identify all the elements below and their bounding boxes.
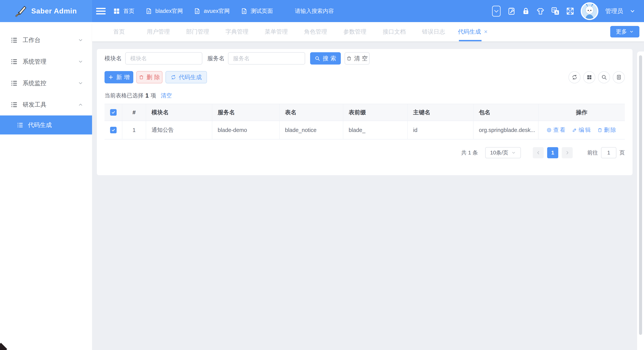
- user-name[interactable]: 管理员: [605, 7, 623, 15]
- next-page-button[interactable]: [562, 147, 573, 158]
- tab-code-generation[interactable]: 代码生成: [453, 22, 492, 41]
- page-size-select[interactable]: 10条/页: [485, 147, 521, 158]
- sidebar-item-system-monitor[interactable]: 系统监控: [0, 72, 92, 94]
- theme-tshirt-icon[interactable]: [536, 7, 545, 15]
- service-name-input[interactable]: [228, 52, 305, 65]
- cell-service: blade-demo: [212, 121, 280, 139]
- column-header-prefix: 表前缀: [343, 104, 408, 121]
- chevron-down-icon: [78, 38, 83, 43]
- list-menu-icon: [11, 80, 18, 87]
- search-button[interactable]: 搜索: [310, 52, 341, 65]
- current-page-button[interactable]: 1: [547, 147, 558, 158]
- column-header-service: 服务名: [212, 104, 280, 121]
- column-header-package: 包名: [474, 104, 538, 121]
- code-generation-card: 模块名 服务名 搜索 清空: [97, 49, 632, 175]
- more-tabs-button[interactable]: 更多: [610, 26, 640, 38]
- column-header-operations: 操作: [538, 104, 625, 121]
- cell-prefix: blade_: [343, 121, 408, 139]
- list-menu-icon: [17, 122, 24, 128]
- tag-tab-bar: 首页 用户管理 部门管理 字典管理 菜单管理 角色管理 参数管理 接口文档 错误…: [92, 22, 644, 41]
- svg-text:A: A: [556, 10, 558, 15]
- column-header-module: 模块名: [146, 104, 212, 121]
- sidebar-item-dev-tools[interactable]: 研发工具: [0, 94, 92, 115]
- goto-page-input[interactable]: [601, 147, 616, 158]
- edit-link[interactable]: 编辑: [572, 126, 592, 134]
- sword-logo-icon: [15, 5, 27, 17]
- tab-user-management[interactable]: 用户管理: [139, 22, 178, 41]
- cell-index: 1: [122, 121, 146, 139]
- sidebar-item-label: 系统监控: [23, 79, 46, 87]
- nav-item-avuex[interactable]: avuex官网: [194, 7, 230, 15]
- top-menu-toggle-icon[interactable]: [492, 5, 501, 17]
- close-icon[interactable]: [484, 30, 488, 34]
- nav-item-bladex[interactable]: bladex官网: [146, 7, 183, 15]
- column-settings-icon[interactable]: [613, 71, 625, 83]
- sidebar-item-workbench[interactable]: 工作台: [0, 29, 92, 51]
- prev-page-button[interactable]: [533, 147, 544, 158]
- service-name-label: 服务名: [207, 55, 224, 62]
- nav-label: bladex官网: [155, 7, 183, 15]
- code-generate-button[interactable]: 代码生成: [166, 71, 207, 83]
- translate-icon[interactable]: 中 A: [551, 7, 560, 15]
- header-bar: 首页 bladex官网 avuex官网: [92, 0, 644, 22]
- tab-role-management[interactable]: 角色管理: [296, 22, 335, 41]
- sidebar-item-system-management[interactable]: 系统管理: [0, 51, 92, 72]
- list-menu-icon: [11, 101, 18, 108]
- brand-logo: Saber Admin: [0, 0, 92, 22]
- tab-home[interactable]: 首页: [99, 22, 139, 41]
- avatar[interactable]: [581, 2, 598, 20]
- cell-operations: 查看 编辑: [538, 121, 625, 139]
- filter-form: 模块名 服务名 搜索 清空: [104, 52, 625, 65]
- lock-icon[interactable]: [522, 7, 530, 15]
- search-toggle-icon[interactable]: [598, 71, 610, 83]
- view-link[interactable]: 查看: [546, 126, 566, 134]
- sidebar-item-label: 工作台: [23, 36, 40, 44]
- chevron-down-icon: [78, 59, 83, 64]
- sidebar-item-label: 研发工具: [23, 101, 46, 109]
- main-area: 首页 用户管理 部门管理 字典管理 菜单管理 角色管理 参数管理 接口文档 错误…: [92, 22, 644, 350]
- nav-item-home[interactable]: 首页: [113, 7, 134, 15]
- tab-menu-management[interactable]: 菜单管理: [256, 22, 296, 41]
- tab-api-docs[interactable]: 接口文档: [374, 22, 414, 41]
- fullscreen-icon[interactable]: [566, 7, 574, 15]
- clear-button[interactable]: 清空: [345, 52, 370, 65]
- debug-tools-icon[interactable]: [508, 7, 516, 15]
- table-toolbar: 新增 删除 代码生成: [104, 71, 625, 83]
- refresh-icon[interactable]: [568, 71, 580, 83]
- selection-info: 当前表格已选择 1 项 清空: [104, 92, 625, 99]
- brand-title: Saber Admin: [31, 7, 77, 15]
- nav-label: 测试页面: [251, 7, 273, 15]
- scrollbar-thumb[interactable]: [639, 55, 642, 335]
- nav-item-test-page[interactable]: 测试页面: [241, 7, 273, 15]
- selection-clear-link[interactable]: 清空: [161, 92, 172, 99]
- module-name-input[interactable]: [125, 52, 202, 65]
- global-search-input[interactable]: [295, 8, 378, 14]
- tab-dept-management[interactable]: 部门管理: [178, 22, 217, 41]
- sidebar-item-code-generation[interactable]: 代码生成: [0, 115, 92, 134]
- list-menu-icon: [11, 58, 18, 65]
- document-icon: [194, 8, 200, 15]
- sidebar: 工作台 系统管理: [0, 22, 92, 350]
- delete-link[interactable]: 删除: [598, 126, 617, 134]
- collapse-menu-icon[interactable]: [96, 7, 106, 15]
- tab-error-log[interactable]: 错误日志: [414, 22, 453, 41]
- nav-label: 首页: [123, 7, 134, 15]
- table-header-row: # 模块名 服务名 表名 表前缀 主键名 包名 操作: [104, 104, 625, 121]
- cell-pk: id: [408, 121, 474, 139]
- global-search: [295, 8, 378, 14]
- add-button[interactable]: 新增: [104, 71, 133, 83]
- data-table: # 模块名 服务名 表名 表前缀 主键名 包名 操作: [104, 104, 625, 139]
- grid-view-icon[interactable]: [583, 71, 595, 83]
- select-all-checkbox[interactable]: [110, 109, 116, 116]
- document-icon: [241, 8, 248, 15]
- pagination-total: 共 1 条: [461, 149, 478, 156]
- delete-button[interactable]: 删除: [136, 71, 162, 83]
- row-checkbox[interactable]: [110, 127, 116, 133]
- goto-label: 前往: [587, 149, 598, 156]
- tab-dict-management[interactable]: 字典管理: [217, 22, 256, 41]
- document-icon: [146, 8, 152, 15]
- sidebar-item-label: 代码生成: [28, 121, 52, 129]
- header-checkbox-cell: [104, 104, 122, 121]
- tab-param-management[interactable]: 参数管理: [335, 22, 374, 41]
- chevron-down-icon[interactable]: [630, 8, 635, 14]
